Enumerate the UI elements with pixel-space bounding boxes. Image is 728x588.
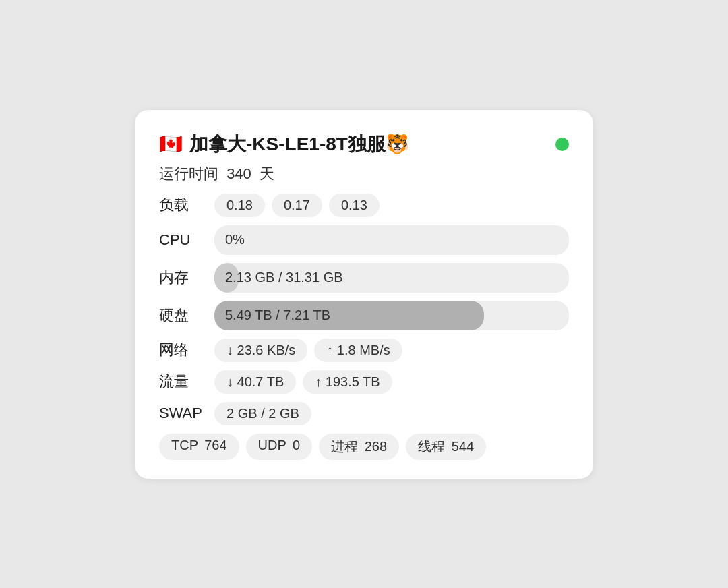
server-card: 🇨🇦 加拿大-KS-LE1-8T独服🐯 运行时间 340 天 负载 0.18 0… (135, 110, 593, 479)
uptime-label: 运行时间 (159, 165, 218, 182)
net-row: 网络 ↓ 23.6 KB/s ↑ 1.8 MB/s (159, 339, 569, 362)
tcp-label: TCP (171, 438, 198, 452)
mem-label: 内存 (159, 268, 208, 288)
tcp-value: 764 (204, 438, 226, 452)
uptime-value: 340 (226, 165, 251, 182)
traffic-up: ↑ 193.5 TB (303, 370, 392, 394)
swap-row: SWAP 2 GB / 2 GB (159, 402, 569, 425)
process-label: 进程 (331, 439, 358, 454)
uptime-row: 运行时间 340 天 (159, 164, 569, 184)
load-label: 负载 (159, 195, 208, 215)
traffic-row: 流量 ↓ 40.7 TB ↑ 193.5 TB (159, 370, 569, 394)
swap-value: 2 GB / 2 GB (214, 402, 311, 425)
load-value-3: 0.13 (329, 194, 380, 217)
card-header: 🇨🇦 加拿大-KS-LE1-8T独服🐯 (159, 131, 569, 157)
disk-bar: 5.49 TB / 7.21 TB (214, 301, 569, 330)
disk-label: 硬盘 (159, 305, 208, 326)
net-label: 网络 (159, 340, 208, 360)
uptime-unit: 天 (260, 165, 274, 182)
udp-label: UDP (258, 438, 286, 452)
udp-value: 0 (293, 438, 300, 452)
load-value-2: 0.17 (272, 194, 322, 217)
cpu-bar: 0% (214, 225, 569, 255)
tcp-badge: TCP 764 (159, 434, 239, 460)
mem-row: 内存 2.13 GB / 31.31 GB (159, 263, 569, 293)
disk-value: 5.49 TB / 7.21 TB (214, 307, 330, 323)
thread-badge: 线程 544 (406, 434, 486, 460)
mem-value: 2.13 GB / 31.31 GB (214, 270, 343, 285)
thread-label: 线程 (418, 439, 445, 454)
status-indicator (555, 138, 569, 151)
cpu-value: 0% (214, 232, 245, 247)
stats-badges: TCP 764 UDP 0 进程 268 线程 544 (159, 434, 569, 460)
load-value-1: 0.18 (214, 194, 265, 217)
disk-row: 硬盘 5.49 TB / 7.21 TB (159, 301, 569, 330)
net-up: ↑ 1.8 MB/s (314, 339, 402, 362)
udp-badge: UDP 0 (246, 434, 313, 460)
mem-bar: 2.13 GB / 31.31 GB (214, 263, 569, 293)
traffic-label: 流量 (159, 372, 208, 392)
title-row: 🇨🇦 加拿大-KS-LE1-8T独服🐯 (159, 131, 409, 157)
swap-label: SWAP (159, 405, 208, 422)
process-value: 268 (365, 439, 387, 454)
load-row: 负载 0.18 0.17 0.13 (159, 194, 569, 217)
process-badge: 进程 268 (319, 434, 399, 460)
load-badges: 0.18 0.17 0.13 (214, 194, 380, 217)
flag-icon: 🇨🇦 (159, 133, 183, 155)
traffic-down: ↓ 40.7 TB (214, 370, 296, 394)
net-down: ↓ 23.6 KB/s (214, 339, 307, 362)
cpu-row: CPU 0% (159, 225, 569, 255)
cpu-label: CPU (159, 231, 208, 249)
server-title: 加拿大-KS-LE1-8T独服🐯 (189, 131, 409, 157)
thread-value: 544 (452, 439, 474, 454)
